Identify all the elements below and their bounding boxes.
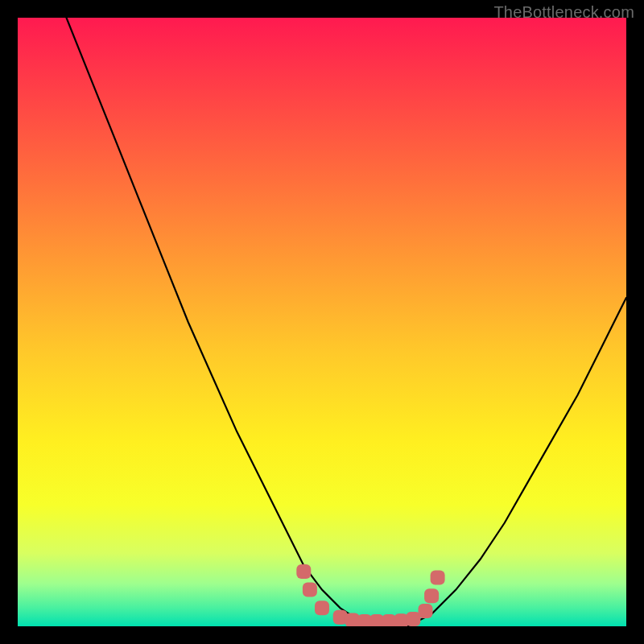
curve-line [67,18,627,626]
marker-dot [419,604,433,618]
marker-dot [424,588,439,603]
chart-svg [18,18,626,626]
marker-dot [296,564,311,579]
chart-plot-area [18,18,626,626]
marker-dot [431,571,445,585]
marker-dot [315,601,329,615]
marker-dot [303,583,317,597]
bottom-markers-group [296,564,444,626]
